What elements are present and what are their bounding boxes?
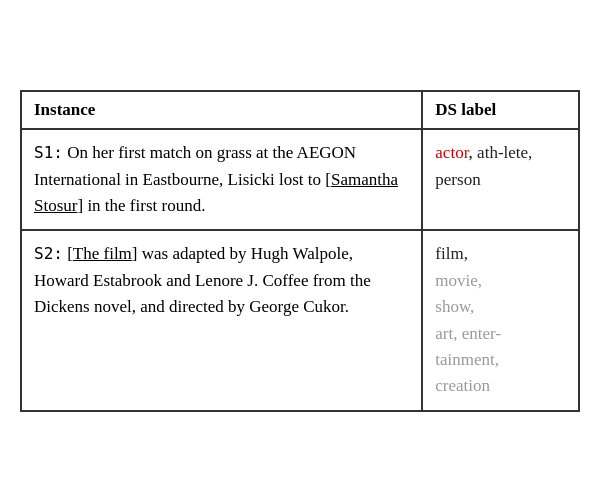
label-show: show, — [435, 297, 474, 316]
label-film: film, — [435, 244, 468, 263]
instance-cell-1: S1: On her first match on grass at the A… — [22, 129, 422, 230]
label-enter: enter- — [462, 324, 501, 343]
instance-text-1: On her first match on grass at the AEGON… — [34, 143, 398, 215]
header-ds-label: DS label — [422, 92, 578, 129]
label-actor: actor — [435, 143, 468, 162]
header-instance: Instance — [22, 92, 422, 129]
entity-1: Samantha Stosur — [34, 170, 398, 215]
label-creation: creation — [435, 376, 490, 395]
table-row: S2: [The film] was adapted by Hugh Walpo… — [22, 230, 578, 409]
instance-cell-2: S2: [The film] was adapted by Hugh Walpo… — [22, 230, 422, 409]
sentence-id-2: S2: — [34, 244, 63, 263]
main-table: Instance DS label S1: On her first match… — [20, 90, 580, 411]
label-movie: movie, — [435, 271, 482, 290]
label-person: person — [435, 170, 480, 189]
label-art: art, — [435, 324, 457, 343]
sentence-id-1: S1: — [34, 143, 63, 162]
label-cell-1: actor, ath-lete, person — [422, 129, 578, 230]
label-cell-2: film, movie, show, art, enter- tainment,… — [422, 230, 578, 409]
label-tainment: tainment, — [435, 350, 499, 369]
instance-text-2: [The film] was adapted by Hugh Walpole, … — [34, 244, 371, 316]
label-athlete: ath-lete, — [477, 143, 532, 162]
label-comma-1: , — [469, 143, 473, 162]
table-row: S1: On her first match on grass at the A… — [22, 129, 578, 230]
entity-2: The film — [73, 244, 132, 263]
